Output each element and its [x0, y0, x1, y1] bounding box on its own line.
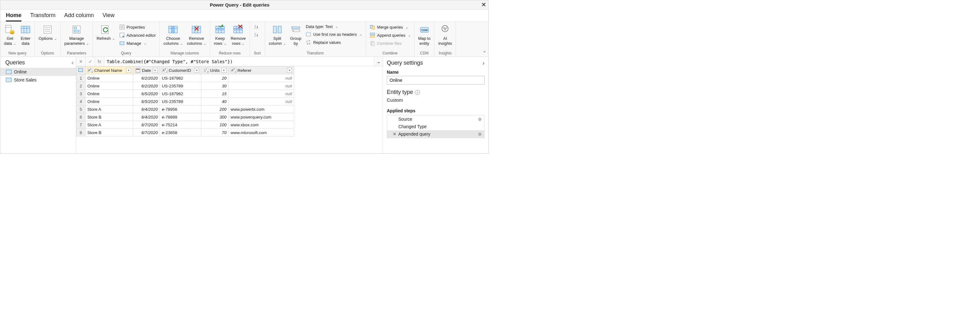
data-grid: ABCChannel Name▾Date▾ABCCustomerID▾123Un…: [76, 66, 294, 137]
svg-text:A: A: [255, 25, 256, 27]
remove-columns-button[interactable]: Remove columns ⌄: [186, 24, 207, 46]
manage-parameters-button[interactable]: Manage parameters ⌄: [64, 24, 90, 46]
data-type-button[interactable]: Data type: Text⌄: [305, 24, 362, 30]
table-row[interactable]: 2Online6/2/2020US-23578930null: [76, 82, 294, 90]
window: Power Query - Edit queries ✕ HomeTransfo…: [0, 0, 488, 154]
table-row[interactable]: 1Online6/2/2020US-18798220null: [76, 74, 294, 82]
tab-transform[interactable]: Transform: [30, 12, 56, 21]
tab-view[interactable]: View: [102, 12, 115, 21]
step-changed-type[interactable]: Changed Type: [387, 123, 484, 130]
svg-rect-43: [234, 28, 242, 30]
svg-text:CDM: CDM: [421, 29, 428, 32]
sort-asc-button[interactable]: AZ: [253, 24, 262, 30]
column-header-channel-name[interactable]: ABCChannel Name▾: [85, 67, 133, 74]
formula-fx-icon[interactable]: fx: [95, 57, 104, 66]
table-icon: [20, 24, 31, 35]
ribbon-group-sort: AZZASort: [250, 22, 265, 57]
query-item-online[interactable]: Online: [0, 68, 76, 76]
column-filter-icon[interactable]: ▾: [287, 68, 292, 73]
ribbon-group-manage-columns: Choose columns ⌄Remove columns ⌄Manage c…: [160, 22, 210, 57]
svg-rect-53: [278, 26, 282, 33]
append-queries-button[interactable]: Append queries⌄: [369, 32, 411, 38]
column-filter-icon[interactable]: ▾: [153, 68, 158, 73]
table-row[interactable]: 7Store A6/7/2020e-75214100www.xbox.com: [76, 121, 294, 129]
column-header-date[interactable]: Date▾: [133, 67, 160, 74]
type-icon: 123: [203, 68, 209, 73]
step-appended-query[interactable]: ✕Appended query⚙: [387, 130, 484, 138]
table-row[interactable]: 8Store B6/7/2020e-2365870www.microsoft.c…: [76, 129, 294, 137]
formula-input[interactable]: [104, 57, 374, 66]
applied-steps-label: Applied steps: [387, 108, 485, 113]
svg-rect-60: [306, 32, 310, 33]
formula-cancel-icon[interactable]: ✕: [76, 57, 86, 66]
props-icon: [119, 24, 125, 30]
firstrow-icon: [305, 32, 311, 37]
ribbon-group-query: Refresh ⌄PropertiesAdvanced editorManage…: [93, 22, 160, 57]
entity-type-value: Custom: [387, 97, 485, 103]
svg-rect-27: [172, 26, 174, 33]
column-filter-icon[interactable]: ▾: [126, 68, 131, 73]
svg-rect-52: [273, 26, 276, 33]
queries-pane: Queries ‹ OnlineStore Sales: [0, 57, 76, 153]
column-filter-icon[interactable]: ▾: [221, 68, 227, 73]
use-first-row-button[interactable]: Use first row as headers⌄: [305, 31, 362, 38]
svg-text:2: 2: [309, 42, 310, 45]
manage-query-button[interactable]: Manage⌄: [119, 40, 156, 47]
table-corner-icon[interactable]: [76, 67, 86, 74]
keep-rows-button[interactable]: Keep rows ⌄: [213, 24, 227, 46]
sort-desc-button[interactable]: ZA: [253, 32, 262, 38]
svg-rect-65: [370, 33, 375, 35]
db-icon: [5, 24, 15, 35]
tab-home[interactable]: Home: [6, 12, 21, 21]
ai-insights-button[interactable]: AI insights: [438, 24, 452, 46]
type-icon: ABC: [88, 68, 93, 73]
replace-values-button[interactable]: 12Replace values: [305, 39, 362, 46]
group-by-button[interactable]: Group by: [290, 24, 302, 46]
options-button[interactable]: Options ⌄: [38, 24, 57, 42]
table-row[interactable]: 3Online6/5/2020US-18798215null: [76, 90, 294, 98]
delete-step-icon[interactable]: ✕: [393, 132, 396, 137]
ribbon-group-insights: AI insightsInsights: [434, 22, 456, 57]
gear-icon[interactable]: ⚙: [478, 132, 482, 137]
merge-queries-button[interactable]: Merge queries⌄: [369, 24, 411, 30]
formula-bar: ✕ ✓ fx ⌄: [76, 57, 383, 66]
chevron-right-icon[interactable]: ›: [482, 59, 485, 67]
table-row[interactable]: 4Online6/5/2020US-23578940null: [76, 98, 294, 105]
column-header-customerid[interactable]: ABCCustomerID▾: [160, 67, 201, 74]
properties-button[interactable]: Properties: [119, 24, 156, 30]
svg-rect-38: [216, 28, 224, 30]
enter-data-button[interactable]: Enter data: [20, 24, 32, 46]
tab-add-column[interactable]: Add column: [64, 12, 94, 21]
formula-expand-icon[interactable]: ⌄: [374, 57, 383, 66]
append-icon: [370, 32, 375, 38]
label: Choose columns ⌄: [163, 36, 182, 46]
svg-rect-14: [74, 27, 76, 29]
chevron-left-icon[interactable]: ‹: [72, 59, 73, 66]
svg-rect-15: [74, 30, 79, 32]
advanced-editor-button[interactable]: Advanced editor: [119, 32, 156, 38]
info-icon[interactable]: i: [415, 90, 420, 95]
table-row[interactable]: 6Store B6/4/2020e-78899300www.powerquery…: [76, 113, 294, 121]
column-filter-icon[interactable]: ▾: [194, 68, 199, 73]
ribbon-collapse-icon[interactable]: ⌃: [483, 50, 487, 56]
column-header-referer[interactable]: ABCReferer▾: [228, 67, 294, 74]
param-icon: [71, 24, 82, 35]
type-icon: ABC: [231, 68, 236, 73]
step-source[interactable]: Source⚙: [387, 115, 484, 123]
map-to-entity-button[interactable]: CDMMap to entity: [418, 24, 431, 46]
split-column-button[interactable]: Split column ⌄: [268, 24, 286, 46]
formula-commit-icon[interactable]: ✓: [86, 57, 95, 66]
query-name-input[interactable]: [387, 76, 485, 84]
choose-columns-button[interactable]: Choose columns ⌄: [163, 24, 183, 46]
query-item-store-sales[interactable]: Store Sales: [0, 76, 76, 84]
table-row[interactable]: 5Store A6/4/2020e-78956200www.powerbi.co…: [76, 105, 294, 113]
manage-icon: [119, 40, 125, 46]
close-icon[interactable]: ✕: [479, 0, 488, 10]
column-header-units[interactable]: 123Units▾: [201, 67, 229, 74]
refresh-button[interactable]: Refresh ⌄: [96, 24, 115, 42]
get-data-button[interactable]: Get data ⌄: [3, 24, 16, 46]
gear-icon[interactable]: ⚙: [478, 117, 482, 122]
query-settings-pane: Query settings › Name Entity type i Cust…: [383, 57, 488, 153]
remove-rows-button[interactable]: Remove rows ⌄: [230, 24, 246, 46]
label: Remove rows ⌄: [231, 36, 245, 46]
